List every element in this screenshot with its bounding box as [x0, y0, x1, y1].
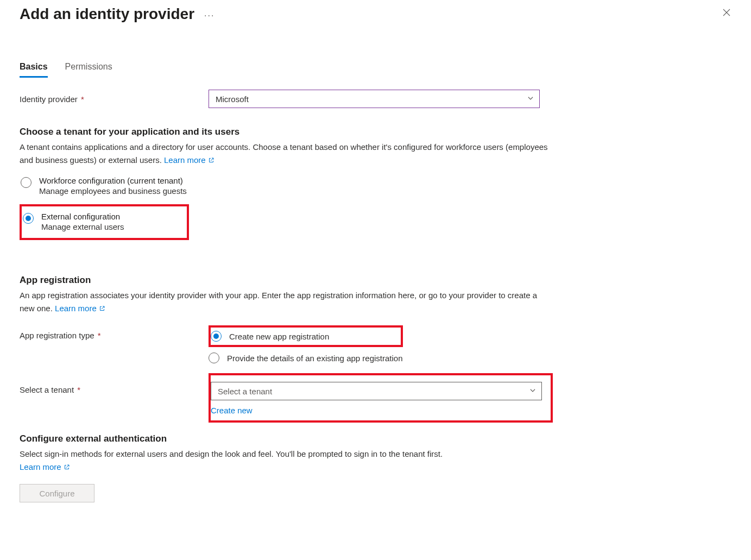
- tenant-section-heading: Choose a tenant for your application and…: [20, 127, 731, 137]
- external-link-icon: [99, 303, 105, 316]
- radio-indicator: [23, 213, 34, 224]
- radio-external-sub: Manage external users: [41, 222, 124, 231]
- learn-more-external-auth-link[interactable]: Learn more: [20, 462, 70, 471]
- radio-existing-label: Provide the details of an existing app r…: [227, 354, 403, 363]
- learn-more-appreg-link[interactable]: Learn more: [55, 304, 105, 313]
- radio-workforce-label: Workforce configuration (current tenant): [39, 176, 187, 185]
- tab-basics[interactable]: Basics: [20, 62, 48, 78]
- select-tenant-label: Select a tenant *: [20, 373, 209, 394]
- select-tenant-value[interactable]: [211, 382, 542, 400]
- select-tenant-dropdown[interactable]: [211, 382, 542, 400]
- app-reg-type-label: App registration type *: [20, 325, 209, 340]
- app-reg-heading: App registration: [20, 275, 731, 286]
- tabs: Basics Permissions: [20, 62, 731, 78]
- create-new-tenant-link[interactable]: Create new: [211, 406, 253, 415]
- page-title: Add an identity provider: [20, 5, 194, 23]
- radio-existing-appreg[interactable]: Provide the details of an existing app r…: [209, 353, 403, 363]
- external-auth-desc: Select sign-in methods for external user…: [20, 448, 552, 474]
- radio-create-new-appreg[interactable]: Create new app registration: [211, 331, 329, 342]
- tenant-section-desc: A tenant contains applications and a dir…: [20, 141, 552, 167]
- tab-permissions[interactable]: Permissions: [65, 62, 112, 78]
- radio-workforce[interactable]: Workforce configuration (current tenant)…: [20, 175, 731, 197]
- highlight-external-config: External configuration Manage external u…: [20, 204, 189, 240]
- close-icon: [722, 10, 731, 19]
- more-actions-button[interactable]: ···: [204, 8, 214, 21]
- identity-provider-select[interactable]: [209, 90, 540, 108]
- radio-indicator: [211, 331, 222, 342]
- radio-indicator: [209, 353, 219, 363]
- radio-create-label: Create new app registration: [229, 332, 329, 341]
- highlight-select-tenant: Create new: [209, 373, 553, 423]
- identity-provider-value[interactable]: [209, 90, 540, 108]
- highlight-create-new-appreg: Create new app registration: [209, 325, 403, 347]
- radio-workforce-sub: Manage employees and business guests: [39, 186, 187, 196]
- learn-more-tenant-link[interactable]: Learn more: [164, 155, 214, 165]
- external-link-icon: [208, 154, 214, 167]
- radio-indicator: [21, 177, 31, 188]
- radio-external[interactable]: External configuration Manage external u…: [22, 211, 182, 232]
- configure-button[interactable]: Configure: [20, 484, 94, 502]
- app-reg-desc: An app registration associates your iden…: [20, 289, 552, 316]
- external-auth-heading: Configure external authentication: [20, 433, 731, 444]
- external-link-icon: [64, 461, 70, 474]
- close-button[interactable]: [722, 8, 731, 19]
- radio-external-label: External configuration: [41, 212, 124, 221]
- identity-provider-label: Identity provider *: [20, 95, 209, 104]
